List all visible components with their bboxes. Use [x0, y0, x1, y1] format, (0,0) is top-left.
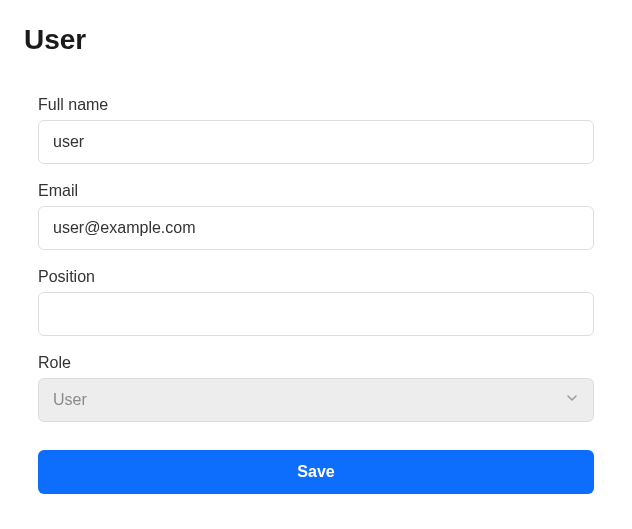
fullname-label: Full name	[38, 96, 594, 114]
email-label: Email	[38, 182, 594, 200]
user-form: Full name Email Position Role User Save	[20, 96, 612, 494]
role-selected-value: User	[53, 391, 87, 409]
role-group: Role User	[38, 354, 594, 422]
fullname-input[interactable]	[38, 120, 594, 164]
position-group: Position	[38, 268, 594, 336]
email-input[interactable]	[38, 206, 594, 250]
page-title: User	[24, 24, 612, 56]
role-select-wrapper: User	[38, 378, 594, 422]
role-select[interactable]: User	[38, 378, 594, 422]
email-group: Email	[38, 182, 594, 250]
position-label: Position	[38, 268, 594, 286]
position-input[interactable]	[38, 292, 594, 336]
fullname-group: Full name	[38, 96, 594, 164]
role-label: Role	[38, 354, 594, 372]
save-button[interactable]: Save	[38, 450, 594, 494]
